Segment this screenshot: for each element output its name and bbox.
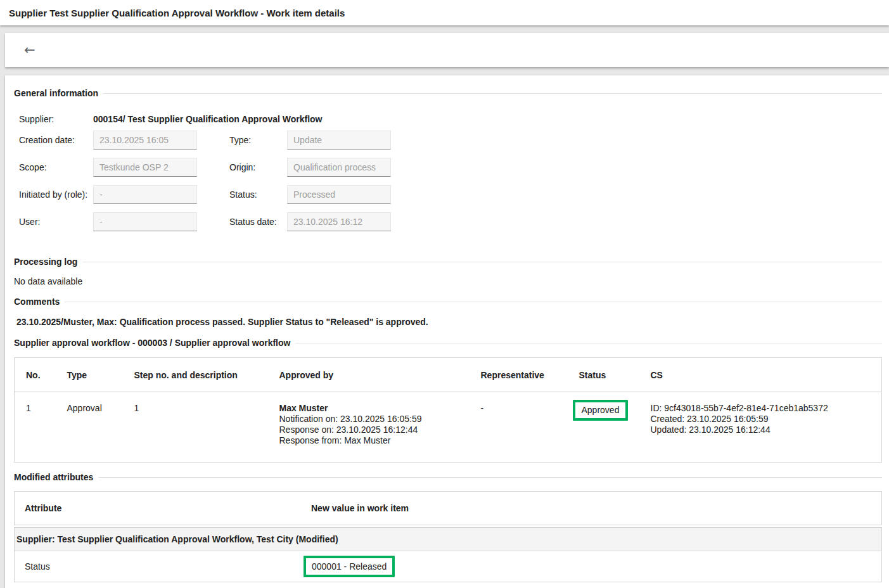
initiated-by-role-field[interactable]: - bbox=[93, 185, 197, 204]
creation-date-label: Creation date: bbox=[14, 135, 93, 145]
processing-log-empty-text: No data available bbox=[14, 276, 882, 287]
type-value: Update bbox=[293, 135, 322, 145]
origin-value: Qualification process bbox=[293, 162, 376, 172]
section-title: Processing log bbox=[14, 257, 77, 267]
user-label: User: bbox=[14, 217, 93, 227]
type-label: Type: bbox=[229, 135, 287, 145]
response-on: Response on: 23.10.2025 16:12:44 bbox=[279, 425, 466, 435]
cell-representative: - bbox=[470, 392, 568, 463]
section-divider bbox=[295, 343, 882, 343]
status-date-label: Status date: bbox=[229, 217, 287, 227]
toolbar: ← bbox=[5, 33, 889, 67]
status-highlight: Approved bbox=[573, 400, 629, 421]
cell-new-value: 000001 - Released bbox=[311, 556, 881, 577]
new-value-text: 000001 - Released bbox=[312, 561, 387, 572]
origin-label: Origin: bbox=[229, 162, 287, 172]
scope-value: Testkunde OSP 2 bbox=[99, 162, 169, 172]
back-button[interactable]: ← bbox=[19, 41, 41, 60]
col-header-step: Step no. and description bbox=[123, 358, 268, 392]
supplier-row: Supplier: 000154/ Test Supplier Qualific… bbox=[14, 114, 882, 125]
scope-field[interactable]: Testkunde OSP 2 bbox=[93, 158, 197, 177]
creation-date-field[interactable]: 23.10.2025 16:05 bbox=[93, 131, 197, 150]
type-field[interactable]: Update bbox=[287, 131, 391, 150]
modified-attributes-header: Attribute New value in work item bbox=[14, 491, 882, 525]
section-comments: Comments bbox=[14, 297, 882, 307]
section-title: Comments bbox=[14, 297, 60, 307]
field-row: Initiated by (role): - Status: Processed bbox=[14, 185, 882, 204]
field-row: Scope: Testkunde OSP 2 Origin: Qualifica… bbox=[14, 158, 882, 177]
table-row: 1 Approval 1 Max Muster Notification on:… bbox=[15, 392, 882, 463]
origin-field[interactable]: Qualification process bbox=[287, 158, 391, 177]
creation-date-value: 23.10.2025 16:05 bbox=[99, 135, 169, 145]
col-header-type: Type bbox=[56, 358, 123, 392]
table-header-row: No. Type Step no. and description Approv… bbox=[15, 358, 882, 392]
cell-step: 1 bbox=[123, 392, 268, 463]
col-header-no: No. bbox=[15, 358, 56, 392]
approver-name: Max Muster bbox=[279, 403, 466, 414]
cs-updated: Updated: 23.10.2025 16:12:44 bbox=[651, 425, 878, 435]
col-header-representative: Representative bbox=[470, 358, 568, 392]
section-divider bbox=[82, 262, 882, 262]
status-badge: Approved bbox=[582, 405, 620, 415]
user-field[interactable]: - bbox=[93, 212, 197, 231]
cell-cs: ID: 9cf43018-55b7-4ef2-81e4-71ceb1ab5372… bbox=[639, 392, 882, 463]
section-divider bbox=[65, 302, 882, 302]
comment-entry: 23.10.2025/Muster, Max: Qualification pr… bbox=[14, 317, 882, 328]
section-approval-workflow: Supplier approval workflow - 000003 / Su… bbox=[14, 338, 882, 348]
cell-no: 1 bbox=[15, 392, 56, 463]
section-modified-attributes: Modified attributes bbox=[14, 472, 882, 483]
section-general-information: General information bbox=[14, 88, 882, 99]
field-row: Creation date: 23.10.2025 16:05 Type: Up… bbox=[14, 131, 882, 150]
col-header-status: Status bbox=[568, 358, 639, 392]
status-value: Processed bbox=[293, 189, 335, 200]
col-header-cs: CS bbox=[639, 358, 882, 392]
section-processing-log: Processing log bbox=[14, 257, 882, 267]
supplier-value: 000154/ Test Supplier Qualification Appr… bbox=[93, 114, 323, 125]
initiated-by-role-label: Initiated by (role): bbox=[14, 189, 93, 200]
cs-id: ID: 9cf43018-55b7-4ef2-81e4-71ceb1ab5372 bbox=[651, 403, 878, 414]
status-label: Status: bbox=[229, 189, 287, 200]
section-title: General information bbox=[14, 88, 98, 99]
status-date-field[interactable]: 23.10.2025 16:12 bbox=[287, 212, 391, 231]
arrow-left-icon: ← bbox=[24, 42, 35, 58]
col-header-new-value: New value in work item bbox=[311, 503, 881, 513]
table-row: Status 000001 - Released bbox=[15, 551, 881, 582]
section-divider bbox=[103, 93, 882, 94]
notification-on: Notification on: 23.10.2025 16:05:59 bbox=[279, 414, 466, 425]
section-title: Modified attributes bbox=[14, 472, 93, 483]
response-from: Response from: Max Muster bbox=[279, 435, 466, 446]
initiated-by-role-value: - bbox=[99, 189, 103, 200]
field-row: User: - Status date: 23.10.2025 16:12 bbox=[14, 212, 882, 231]
cell-type: Approval bbox=[56, 392, 123, 463]
col-header-attribute: Attribute bbox=[15, 503, 311, 513]
cs-created: Created: 23.10.2025 16:05:59 bbox=[651, 414, 878, 425]
cell-approved-by: Max Muster Notification on: 23.10.2025 1… bbox=[268, 392, 470, 463]
page-title: Supplier Test Supplier Qualification App… bbox=[9, 8, 345, 18]
attribute-group-header: Supplier: Test Supplier Qualification Ap… bbox=[15, 528, 881, 551]
supplier-label: Supplier: bbox=[14, 114, 93, 125]
approval-workflow-table: No. Type Step no. and description Approv… bbox=[14, 357, 882, 463]
status-field[interactable]: Processed bbox=[287, 185, 391, 204]
cell-status: Approved bbox=[568, 392, 639, 463]
section-title: Supplier approval workflow - 000003 / Su… bbox=[14, 338, 290, 348]
section-divider bbox=[98, 477, 882, 478]
modified-attributes-body: Supplier: Test Supplier Qualification Ap… bbox=[14, 527, 882, 582]
col-header-approved-by: Approved by bbox=[268, 358, 470, 392]
status-date-value: 23.10.2025 16:12 bbox=[293, 217, 362, 227]
scope-label: Scope: bbox=[14, 162, 93, 172]
window-titlebar: Supplier Test Supplier Qualification App… bbox=[0, 0, 889, 25]
cell-attribute: Status bbox=[15, 561, 311, 572]
work-item-details-card: General information Supplier: 000154/ Te… bbox=[5, 75, 889, 588]
user-value: - bbox=[99, 217, 103, 227]
new-value-highlight: 000001 - Released bbox=[304, 556, 395, 577]
